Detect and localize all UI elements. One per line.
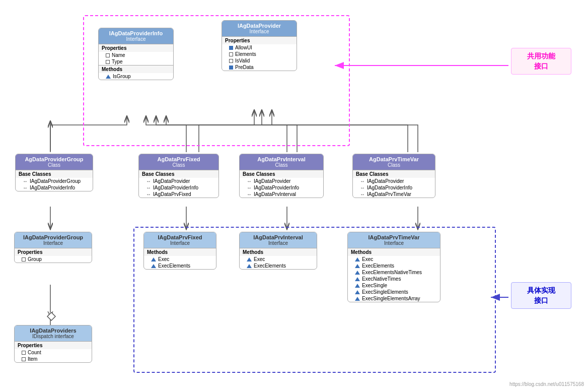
triangle-icon bbox=[355, 290, 360, 294]
base-fixed: ↔ IAgDataPrvFixed bbox=[139, 191, 218, 198]
triangle-icon bbox=[355, 284, 360, 288]
base-providerinfo: ↔ IAgDataProviderInfo bbox=[139, 184, 218, 191]
diamond-symbol bbox=[46, 311, 56, 321]
method-exec: Exec bbox=[240, 256, 317, 263]
triangle-icon bbox=[355, 277, 360, 281]
box-iagdataproviderinfo-header: IAgDataProviderInfo Interface bbox=[99, 28, 173, 44]
arrow-icon: ↔ bbox=[360, 185, 365, 190]
base-provider: ↔ IAgDataProvider bbox=[240, 178, 323, 184]
triangle-icon bbox=[151, 257, 156, 262]
label-shared-interface: 共用功能接口 bbox=[511, 48, 571, 75]
base-info: ↔ IAgDataProviderInfo bbox=[353, 184, 435, 191]
arrow-icon: ↔ bbox=[146, 185, 151, 190]
arrow-icon: ↔ bbox=[146, 178, 151, 184]
box-agdataprvfixed: AgDataPrvFixed Class Base Classes ↔ IAgD… bbox=[138, 154, 219, 198]
methods-label: Methods bbox=[348, 248, 440, 256]
prop-predata: PreData bbox=[222, 64, 297, 71]
watermark: https://blog.csdn.net/u011575168 bbox=[509, 381, 584, 387]
method-execnativetimes: ExecNativeTimes bbox=[348, 276, 440, 282]
baseclasses-label: Base Classes bbox=[240, 170, 323, 178]
arrow-icon: ↔ bbox=[247, 178, 252, 184]
base-interval: ↔ IAgDataPrvInterval bbox=[240, 191, 323, 198]
arrow-icon: ↔ bbox=[146, 191, 151, 197]
triangle-icon bbox=[355, 271, 360, 275]
arrow-icon: ↔ bbox=[360, 178, 365, 184]
method-execelements: ExecElements bbox=[240, 263, 317, 269]
properties-label: Properties bbox=[15, 248, 92, 256]
method-execsingleelementsarray: ExecSingleElementsArray bbox=[348, 295, 440, 302]
box-iagdataprvtimevar-header: IAgDataPrvTimeVar Interface bbox=[348, 232, 440, 248]
base-info: ↔ IAgDataProviderInfo bbox=[240, 184, 323, 191]
square-white-icon bbox=[106, 53, 110, 57]
square-blue-icon bbox=[229, 66, 233, 70]
diagram-container: IAgDataProviderInfo Interface Properties… bbox=[0, 0, 588, 391]
prop-elements: Elements bbox=[222, 51, 297, 57]
base-timevar: ↔ IAgDataPrvTimeVar bbox=[353, 191, 435, 198]
square-white-icon bbox=[229, 59, 233, 63]
triangle-icon bbox=[355, 257, 360, 262]
box-agdataprvtimevar-header: AgDataPrvTimeVar Class bbox=[353, 154, 435, 170]
box-agdataprvinterval: AgDataPrvInterval Class Base Classes ↔ I… bbox=[239, 154, 324, 198]
square-white-icon bbox=[106, 60, 110, 64]
method-execelements: ExecElements bbox=[144, 263, 216, 269]
method-exec: Exec bbox=[144, 256, 216, 263]
baseclasses-label: Base Classes bbox=[16, 170, 93, 178]
square-blue-icon bbox=[229, 46, 233, 50]
box-agdataprvfixed-header: AgDataPrvFixed Class bbox=[139, 154, 218, 170]
base-provider: ↔ IAgDataProvider bbox=[139, 178, 218, 184]
square-white-icon bbox=[22, 357, 26, 361]
baseclasses-label: Base Classes bbox=[139, 170, 218, 178]
triangle-icon bbox=[151, 264, 156, 268]
box-iagdataproviders: IAgDataProviders IDispatch interface Pro… bbox=[14, 325, 92, 363]
prop-item: Item bbox=[15, 356, 92, 362]
box-agdataprovidergroup: AgDataProviderGroup Class Base Classes ↔… bbox=[15, 154, 93, 191]
triangle-icon bbox=[247, 257, 252, 262]
triangle-icon bbox=[106, 75, 111, 79]
properties-label: Properties bbox=[99, 44, 173, 52]
label-specific-interface: 具体实现接口 bbox=[511, 282, 571, 309]
prop-type: Type bbox=[99, 58, 173, 65]
square-white-icon bbox=[229, 52, 233, 56]
method-isgroup: IsGroup bbox=[99, 73, 173, 80]
box-agdataprvtimevar: AgDataPrvTimeVar Class Base Classes ↔ IA… bbox=[352, 154, 435, 198]
triangle-icon bbox=[247, 264, 252, 268]
arrow-icon: ↔ bbox=[247, 191, 252, 197]
prop-group: Group bbox=[15, 256, 92, 263]
box-iagdataprovidergroup: IAgDataProviderGroup Interface Propertie… bbox=[14, 232, 92, 263]
arrow-icon: ↔ bbox=[247, 185, 252, 190]
method-execsingleelements: ExecSingleElements bbox=[348, 289, 440, 295]
arrow-icon: ↔ bbox=[23, 178, 28, 184]
box-iagdataproviderinfo: IAgDataProviderInfo Interface Properties… bbox=[98, 28, 174, 80]
methods-label: Methods bbox=[240, 248, 317, 256]
square-white-icon bbox=[22, 257, 26, 262]
triangle-icon bbox=[355, 264, 360, 268]
box-iagdataprvinterval: IAgDataPrvInterval Interface Methods Exe… bbox=[239, 232, 317, 270]
box-iagdataprvtimevar: IAgDataPrvTimeVar Interface Methods Exec… bbox=[347, 232, 440, 302]
box-iagdataprvinterval-header: IAgDataPrvInterval Interface bbox=[240, 232, 317, 248]
properties-label: Properties bbox=[222, 36, 297, 44]
arrow-icon: ↔ bbox=[360, 191, 365, 197]
prop-allowui: AllowUI bbox=[222, 44, 297, 51]
triangle-icon bbox=[355, 297, 360, 301]
box-iagdataprovidergroup-header: IAgDataProviderGroup Interface bbox=[15, 232, 92, 248]
methods-label: Methods bbox=[99, 65, 173, 73]
box-iagdataproviders-header: IAgDataProviders IDispatch interface bbox=[15, 325, 92, 341]
svg-marker-14 bbox=[47, 312, 55, 320]
box-agdataprvinterval-header: AgDataPrvInterval Class bbox=[240, 154, 323, 170]
box-iagdataprovider: IAgDataProvider Interface Properties All… bbox=[222, 20, 297, 71]
method-execelemsnativetimes: ExecElementsNativeTimes bbox=[348, 269, 440, 276]
method-execelements: ExecElements bbox=[348, 263, 440, 269]
methods-label: Methods bbox=[144, 248, 216, 256]
prop-isvalid: IsValid bbox=[222, 57, 297, 64]
box-iagdataprvfixed-header: IAgDataPrvFixed Interface bbox=[144, 232, 216, 248]
method-exec: Exec bbox=[348, 256, 440, 263]
arrow-icon: ↔ bbox=[23, 185, 28, 190]
base-provider: ↔ IAgDataProvider bbox=[353, 178, 435, 184]
prop-name: Name bbox=[99, 52, 173, 58]
box-iagdataprvfixed: IAgDataPrvFixed Interface Methods Exec E… bbox=[143, 232, 216, 270]
square-white-icon bbox=[22, 351, 26, 355]
method-execsingle: ExecSingle bbox=[348, 282, 440, 289]
base-group: ↔ IAgDataProviderGroup bbox=[16, 178, 93, 184]
box-agdataprovidergroup-header: AgDataProviderGroup Class bbox=[16, 154, 93, 170]
prop-count: Count bbox=[15, 349, 92, 356]
